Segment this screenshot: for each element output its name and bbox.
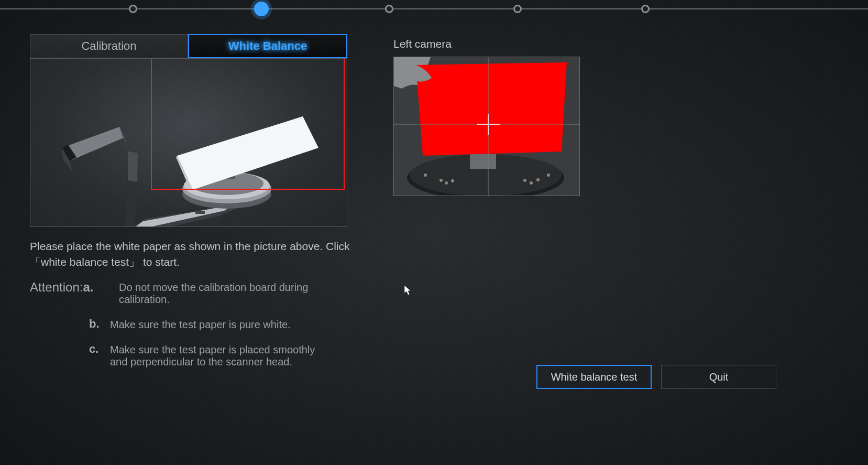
tab-bar: Calibration White Balance (30, 34, 347, 58)
svg-rect-27 (470, 154, 496, 169)
svg-point-23 (530, 181, 533, 185)
quit-button[interactable]: Quit (661, 365, 776, 389)
camera-label: Left camera (393, 38, 580, 50)
step-dot-5 (641, 5, 650, 13)
attention-label: Attention:a. (30, 280, 119, 306)
attention-item-c: Make sure the test paper is placed smoot… (110, 342, 335, 368)
step-dot-1 (129, 5, 137, 13)
svg-marker-4 (128, 151, 138, 182)
tab-calibration[interactable]: Calibration (30, 34, 188, 58)
step-dot-2-active (254, 2, 269, 16)
progress-stepper (0, 8, 868, 9)
svg-marker-33 (404, 285, 411, 295)
svg-rect-2 (195, 211, 205, 214)
attention-letter-c: c. (89, 342, 110, 368)
white-balance-test-button[interactable]: White balance test (536, 365, 652, 389)
step-dot-3 (385, 5, 393, 13)
svg-point-24 (536, 178, 540, 181)
svg-point-21 (451, 179, 454, 182)
svg-point-22 (523, 179, 526, 182)
attention-item-a: Do not move the calibration board during… (119, 280, 344, 306)
svg-point-19 (440, 179, 443, 182)
attention-item-b: Make sure the test paper is pure white. (110, 317, 291, 331)
step-dot-4 (513, 5, 522, 13)
svg-point-25 (424, 174, 427, 177)
instruction-text: Please place the white paper as shown in… (30, 239, 365, 271)
mouse-cursor-icon (404, 285, 412, 296)
svg-marker-28 (416, 62, 567, 156)
attention-letter-b: b. (89, 317, 110, 331)
svg-point-20 (445, 181, 448, 185)
camera-feed-left (393, 57, 580, 196)
illustration-scanner-setup (30, 58, 347, 227)
svg-point-26 (547, 174, 550, 177)
tab-white-balance[interactable]: White Balance (188, 34, 347, 58)
